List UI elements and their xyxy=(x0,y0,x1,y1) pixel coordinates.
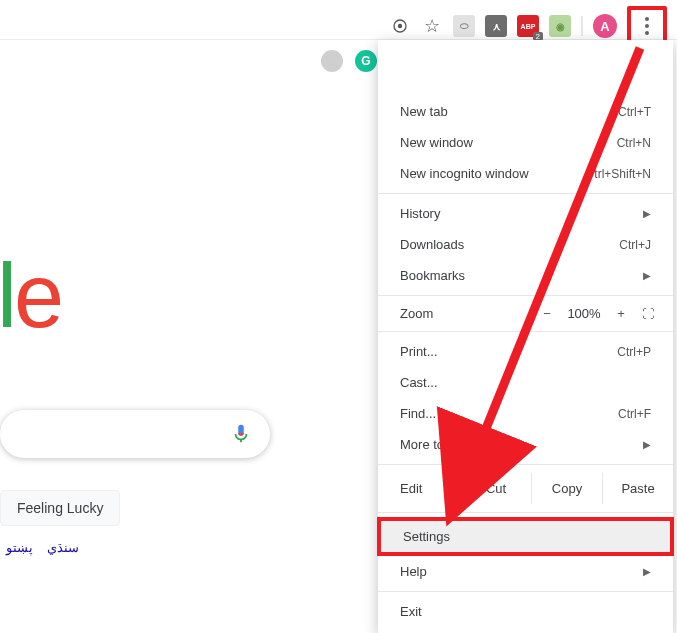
target-icon[interactable] xyxy=(389,15,411,37)
extension-row: G xyxy=(321,50,377,72)
menu-label: Settings xyxy=(403,529,450,544)
chrome-menu-button[interactable] xyxy=(633,12,661,40)
chevron-right-icon: ▶ xyxy=(643,566,651,577)
menu-shortcut: Ctrl+T xyxy=(618,105,651,119)
highlight-settings: Settings xyxy=(377,517,674,556)
language-link[interactable]: پښتو xyxy=(6,540,33,555)
menu-more-tools[interactable]: More tools ▶ xyxy=(378,429,673,460)
grammarly-icon[interactable]: G xyxy=(355,50,377,72)
globe-icon[interactable] xyxy=(321,50,343,72)
menu-history[interactable]: History ▶ xyxy=(378,198,673,229)
chevron-right-icon: ▶ xyxy=(643,270,651,281)
zoom-value: 100% xyxy=(561,306,607,321)
zoom-label: Zoom xyxy=(400,306,533,321)
menu-zoom: Zoom − 100% + ⛶ xyxy=(378,300,673,327)
menu-edit-row: Edit Cut Copy Paste xyxy=(378,469,673,508)
chevron-right-icon: ▶ xyxy=(643,439,651,450)
menu-shortcut: Ctrl+N xyxy=(617,136,651,150)
extension-adblock[interactable]: ABP 2 xyxy=(517,15,539,37)
menu-label: More tools xyxy=(400,437,461,452)
menu-print[interactable]: Print... Ctrl+P xyxy=(378,336,673,367)
menu-cast[interactable]: Cast... xyxy=(378,367,673,398)
google-logo: gle xyxy=(0,245,61,348)
language-links: پښتو سنڌي xyxy=(6,540,79,555)
menu-new-tab[interactable]: New tab Ctrl+T xyxy=(378,96,673,127)
menu-find[interactable]: Find... Ctrl+F xyxy=(378,398,673,429)
menu-label: Cast... xyxy=(400,375,438,390)
menu-separator xyxy=(378,512,673,513)
menu-label: New window xyxy=(400,135,473,150)
microphone-icon[interactable] xyxy=(230,423,252,445)
menu-label: Bookmarks xyxy=(400,268,465,283)
feeling-lucky-button[interactable]: Feeling Lucky xyxy=(0,490,120,526)
chrome-menu: New tab Ctrl+T New window Ctrl+N New inc… xyxy=(378,40,673,633)
menu-separator xyxy=(378,464,673,465)
toolbar-divider xyxy=(581,16,583,36)
menu-label: New incognito window xyxy=(400,166,529,181)
svg-point-1 xyxy=(398,24,402,28)
bookmark-star-icon[interactable]: ☆ xyxy=(421,15,443,37)
svg-point-2 xyxy=(645,17,649,21)
edit-paste-button[interactable]: Paste xyxy=(602,473,673,504)
menu-separator xyxy=(378,331,673,332)
menu-downloads[interactable]: Downloads Ctrl+J xyxy=(378,229,673,260)
menu-help[interactable]: Help ▶ xyxy=(378,556,673,587)
edit-label: Edit xyxy=(400,481,460,496)
search-box[interactable] xyxy=(0,410,270,458)
extension-android-icon[interactable]: ◉ xyxy=(549,15,571,37)
menu-label: Find... xyxy=(400,406,436,421)
language-link[interactable]: سنڌي xyxy=(47,540,79,555)
menu-exit[interactable]: Exit xyxy=(378,596,673,627)
edit-copy-button[interactable]: Copy xyxy=(531,473,602,504)
menu-settings[interactable]: Settings xyxy=(381,521,670,552)
menu-shortcut: Ctrl+J xyxy=(619,238,651,252)
menu-shortcut: Ctrl+P xyxy=(617,345,651,359)
extension-intel-icon[interactable]: ⬭ xyxy=(453,15,475,37)
menu-label: History xyxy=(400,206,440,221)
menu-shortcut: Ctrl+F xyxy=(618,407,651,421)
menu-label: New tab xyxy=(400,104,448,119)
menu-separator xyxy=(378,295,673,296)
menu-label: Print... xyxy=(400,344,438,359)
menu-label: Downloads xyxy=(400,237,464,252)
menu-new-incognito[interactable]: New incognito window trl+Shift+N xyxy=(378,158,673,189)
extension-pdf-icon[interactable]: ⋏ xyxy=(485,15,507,37)
menu-new-window[interactable]: New window Ctrl+N xyxy=(378,127,673,158)
chevron-right-icon: ▶ xyxy=(643,208,651,219)
menu-shortcut: trl+Shift+N xyxy=(594,167,651,181)
zoom-in-button[interactable]: + xyxy=(607,306,635,321)
edit-cut-button[interactable]: Cut xyxy=(460,473,531,504)
menu-label: Help xyxy=(400,564,427,579)
svg-point-3 xyxy=(645,24,649,28)
menu-label: Exit xyxy=(400,604,422,619)
browser-toolbar: ☆ ⬭ ⋏ ABP 2 ◉ A xyxy=(0,0,677,40)
fullscreen-icon[interactable]: ⛶ xyxy=(635,307,661,321)
profile-avatar[interactable]: A xyxy=(593,14,617,38)
menu-separator xyxy=(378,591,673,592)
zoom-out-button[interactable]: − xyxy=(533,306,561,321)
menu-bookmarks[interactable]: Bookmarks ▶ xyxy=(378,260,673,291)
menu-separator xyxy=(378,193,673,194)
svg-point-4 xyxy=(645,31,649,35)
